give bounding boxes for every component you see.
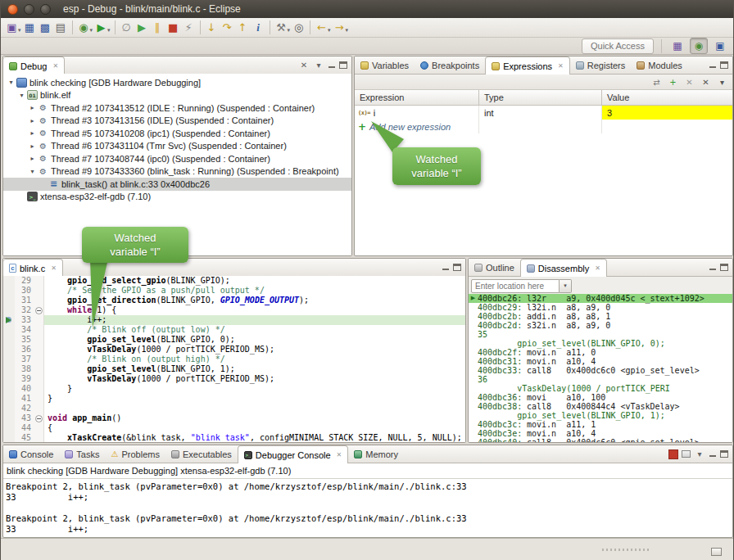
- tab-debug[interactable]: Debug: [3, 56, 65, 75]
- location-dropdown-icon[interactable]: ▾: [560, 279, 572, 293]
- external-tools-dropdown-icon[interactable]: ▾: [288, 27, 291, 34]
- add-expression-row[interactable]: Add new expression: [355, 120, 732, 133]
- new-wizard-dropdown-icon[interactable]: ▾: [18, 27, 21, 34]
- close-button[interactable]: [7, 4, 18, 15]
- close-tab-icon[interactable]: [595, 264, 600, 272]
- maximize-icon[interactable]: [339, 61, 347, 69]
- column-type[interactable]: Type: [479, 90, 602, 105]
- annotation-ruler[interactable]: [3, 413, 15, 423]
- remove-all-expressions-icon[interactable]: ✕: [700, 76, 712, 88]
- fold-icon[interactable]: [35, 415, 43, 422]
- debug-tree-item[interactable]: ≡blink_task() at blink.c:33 0x400dbc26: [3, 178, 351, 191]
- tab-console[interactable]: Console: [3, 445, 59, 463]
- ma​ximize-icon[interactable]: [720, 61, 728, 69]
- instruction-stepping-icon[interactable]: i: [251, 20, 266, 36]
- tree-expander-icon[interactable]: ▸: [28, 129, 37, 137]
- trim-grip[interactable]: [602, 549, 651, 551]
- annotation-ruler[interactable]: [3, 335, 15, 345]
- minimize-icon[interactable]: [328, 61, 336, 69]
- code-editor[interactable]: 29 gpio_pad_select_gpio(BLINK_GPIO);30 /…: [3, 276, 465, 442]
- minimize-icon[interactable]: [709, 450, 717, 458]
- view-menu-icon[interactable]: [694, 449, 705, 460]
- annotation-ruler[interactable]: [3, 433, 15, 442]
- annotation-ruler[interactable]: [3, 404, 15, 413]
- maximize-icon[interactable]: [720, 264, 728, 271]
- close-tab-icon[interactable]: [52, 62, 58, 70]
- resume-icon[interactable]: ▶: [134, 20, 150, 36]
- annotation-ruler[interactable]: [3, 315, 15, 325]
- tab-problems[interactable]: Problems: [105, 445, 165, 463]
- annotation-ruler[interactable]: [3, 423, 15, 433]
- debug-perspective-icon[interactable]: [690, 38, 708, 54]
- skip-all-breakpoints-icon[interactable]: ∅: [119, 20, 134, 36]
- tab-tasks[interactable]: Tasks: [59, 445, 105, 463]
- minimize-button[interactable]: [24, 4, 34, 15]
- debug-tree-item[interactable]: ▸⚙Thread #2 1073413512 (IDLE : Running) …: [3, 102, 351, 115]
- close-tab-icon[interactable]: [51, 264, 57, 272]
- expression-row[interactable]: iint3: [355, 106, 732, 120]
- c-cpp-perspective-icon[interactable]: [712, 38, 728, 53]
- search-icon[interactable]: ◎: [291, 20, 306, 36]
- annotation-ruler[interactable]: [3, 325, 15, 335]
- tab-breakpoints[interactable]: Breakpoints: [415, 56, 485, 74]
- debug-tree-item[interactable]: ▾⚙Thread #9 1073433360 (blink_task : Run…: [3, 165, 351, 178]
- step-over-icon[interactable]: ↷: [220, 20, 235, 36]
- annotation-ruler[interactable]: [3, 286, 15, 296]
- tree-expander-icon[interactable]: ▾: [28, 168, 37, 175]
- restore-view-icon[interactable]: [711, 548, 722, 556]
- annotation-ruler[interactable]: [3, 305, 15, 315]
- tab-expressions[interactable]: Expressions: [485, 56, 570, 75]
- disassembly-listing[interactable]: ▶400dbc26:l32r a9, 0x400d045c <_stext+10…: [469, 294, 732, 442]
- clear-console-icon[interactable]: [682, 450, 691, 458]
- fold-icon[interactable]: [35, 307, 43, 314]
- maximize-icon[interactable]: [720, 450, 728, 458]
- tree-expander-icon[interactable]: ▸: [28, 104, 37, 111]
- titlebar[interactable]: esp - Debug - blink/main/blink.c - Eclip…: [1, 0, 733, 18]
- debug-tree-item[interactable]: ▾01blink.elf: [3, 89, 351, 102]
- tab-outline[interactable]: Outline: [469, 259, 520, 276]
- tab-executables[interactable]: Executables: [165, 445, 238, 463]
- tree-expander-icon[interactable]: ▸: [28, 117, 37, 124]
- annotation-ruler[interactable]: [3, 345, 15, 355]
- view-menu-icon[interactable]: ▾: [716, 76, 728, 88]
- forward-dropdown-icon[interactable]: ▾: [346, 27, 349, 34]
- print-icon[interactable]: ▤: [53, 20, 69, 36]
- column-value[interactable]: Value: [602, 90, 732, 105]
- tab-disassembly[interactable]: Disassembly: [520, 259, 607, 277]
- debug-tree-item[interactable]: ▸⚙Thread #6 1073431104 (Tmr Svc) (Suspen…: [3, 140, 351, 153]
- maximize-button[interactable]: [40, 4, 51, 15]
- debug-tree-item[interactable]: ▾blink checking [GDB Hardware Debugging]: [3, 76, 351, 89]
- annotation-ruler[interactable]: [3, 364, 15, 374]
- save-all-icon[interactable]: ▩: [38, 20, 53, 36]
- save-icon[interactable]: ▦: [22, 20, 38, 36]
- step-return-icon[interactable]: ↑: [235, 20, 251, 36]
- annotation-ruler[interactable]: [3, 394, 15, 404]
- minimize-icon[interactable]: [709, 264, 717, 271]
- view-menu-icon[interactable]: [313, 60, 324, 71]
- tree-expander-icon[interactable]: ▸: [28, 155, 37, 162]
- run-dropdown-icon[interactable]: ▾: [107, 27, 111, 34]
- remove-all-terminated-icon[interactable]: [298, 60, 310, 71]
- debug-config-dropdown-icon[interactable]: ▾: [90, 27, 93, 34]
- remove-expression-icon[interactable]: ✕: [683, 76, 695, 88]
- annotation-ruler[interactable]: [3, 296, 15, 305]
- tab-variables[interactable]: Variables: [355, 56, 415, 74]
- terminate-icon[interactable]: ■: [165, 20, 181, 36]
- step-into-icon[interactable]: ↓: [204, 20, 220, 36]
- annotation-ruler[interactable]: [3, 276, 15, 286]
- debug-tree-item[interactable]: ▸⚙Thread #3 1073413156 (IDLE) (Suspended…: [3, 115, 351, 128]
- debug-tree-item[interactable]: ▸⚙Thread #5 1073410208 (ipc1) (Suspended…: [3, 127, 351, 140]
- location-input[interactable]: [471, 279, 560, 293]
- terminate-icon[interactable]: [668, 449, 678, 459]
- open-perspective-icon[interactable]: [669, 38, 686, 53]
- close-tab-icon[interactable]: [337, 451, 342, 458]
- add-expression-icon[interactable]: +: [667, 76, 679, 88]
- expression-cell[interactable]: i: [355, 106, 479, 120]
- disconnect-icon[interactable]: ⚡: [181, 20, 197, 36]
- tab-blink-c[interactable]: blink.c: [3, 259, 63, 277]
- tree-expander-icon[interactable]: ▾: [17, 92, 26, 99]
- back-dropdown-icon[interactable]: ▾: [328, 27, 331, 34]
- debug-tree-item[interactable]: >_xtensa-esp32-elf-gdb (7.10): [3, 191, 351, 204]
- minimize-icon[interactable]: [709, 61, 717, 69]
- value-cell[interactable]: 3: [602, 106, 732, 120]
